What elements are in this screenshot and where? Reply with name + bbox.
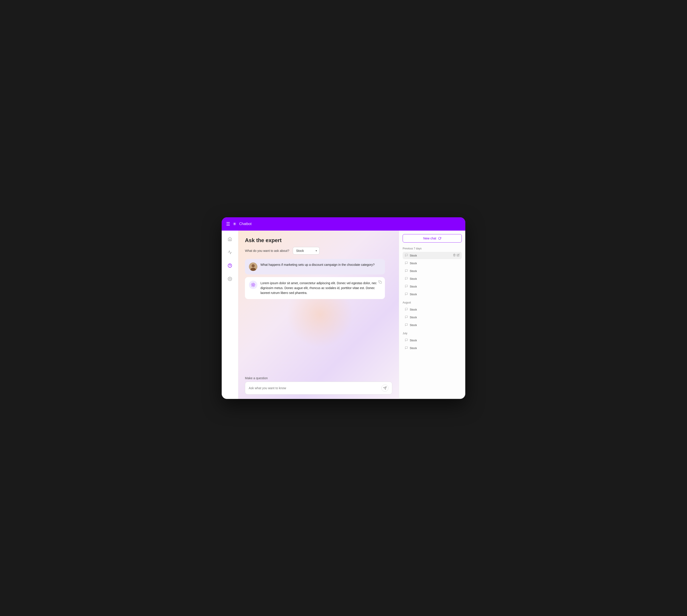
chat-bubble-icon (405, 315, 408, 319)
chat-bubble-icon (405, 338, 408, 342)
chat-bubble-icon (405, 308, 408, 311)
chat-history-label: Stock (410, 277, 460, 281)
send-button[interactable] (381, 384, 389, 392)
input-row (245, 382, 392, 395)
user-message-text: What happens if marketing sets up a disc… (261, 263, 375, 267)
new-chat-button[interactable]: New chat (403, 234, 462, 243)
ai-avatar (249, 281, 257, 289)
chat-history-label: Stock (410, 262, 460, 265)
section-label-recent: Previous 7 days (403, 247, 462, 250)
delete-icon[interactable] (453, 254, 456, 257)
section-label-july: July (403, 332, 462, 335)
top-bar: ☰ ✳ Chatbot (222, 217, 465, 230)
chat-history-label: Stock (410, 308, 460, 311)
right-panel: New chat Previous 7 days Stock (399, 230, 465, 399)
chat-history-item[interactable]: Stock (403, 283, 462, 290)
chat-history-label: Stock (410, 269, 460, 273)
user-message: What happens if marketing sets up a disc… (245, 259, 385, 274)
topbar-title: Chatbot (239, 222, 251, 226)
svg-point-6 (252, 284, 254, 286)
chat-input[interactable] (249, 386, 379, 390)
topic-row: What do you want to ask about? Stock Fin… (245, 247, 392, 255)
chat-history-item[interactable]: Stock (403, 275, 462, 282)
chat-bubble-icon (405, 261, 408, 265)
copy-icon[interactable] (378, 280, 382, 285)
chat-history-item[interactable]: Stock (403, 260, 462, 267)
logo-icon: ✳ (233, 221, 237, 226)
chat-history-item[interactable]: Stock (403, 267, 462, 275)
chat-history-label: Stock (410, 293, 460, 296)
hamburger-icon[interactable]: ☰ (226, 221, 230, 226)
topic-select-wrapper[interactable]: Stock Finance Marketing Operations (293, 247, 319, 255)
chat-bubble-icon (405, 254, 408, 257)
svg-point-4 (251, 264, 255, 267)
chat-messages: What happens if marketing sets up a disc… (245, 259, 392, 374)
new-chat-label: New chat (423, 237, 436, 240)
chat-history-item[interactable]: Stock (403, 345, 462, 352)
chat-history-item[interactable]: Stock (403, 252, 462, 259)
chat-history-item[interactable]: Stock (403, 337, 462, 344)
sidebar (222, 230, 238, 399)
main-layout: Ask the expert What do you want to ask a… (222, 230, 465, 399)
chat-history-item[interactable]: Stock (403, 322, 462, 329)
chat-history-label: Stock (410, 316, 460, 319)
chat-history-label: Stock (410, 254, 451, 257)
content-area: Ask the expert What do you want to ask a… (238, 230, 399, 399)
chat-bubble-icon (405, 346, 408, 350)
chat-history-label: Stock (410, 347, 460, 350)
chat-history-actions (453, 254, 460, 257)
input-area: Make a question (245, 376, 392, 395)
sidebar-item-help[interactable] (226, 262, 234, 269)
chat-history-label: Stock (410, 285, 460, 288)
chat-history-item[interactable]: Stock (403, 291, 462, 298)
chat-history-item[interactable]: Stock (403, 306, 462, 313)
sidebar-item-settings[interactable] (226, 275, 234, 283)
page-title: Ask the expert (245, 237, 392, 243)
topic-label: What do you want to ask about? (245, 249, 289, 252)
sidebar-item-activity[interactable] (226, 248, 234, 256)
ai-message-text: Lorem ipsum dolor sit amet, consectetur … (261, 281, 381, 295)
edit-icon[interactable] (457, 254, 460, 257)
chat-history-label: Stock (410, 339, 460, 342)
chat-bubble-icon (405, 323, 408, 327)
input-label: Make a question (245, 376, 392, 380)
device-frame: ☰ ✳ Chatbot (222, 217, 465, 399)
chat-bubble-icon (405, 292, 408, 296)
chat-history-label: Stock (410, 323, 460, 327)
section-label-august: August (403, 301, 462, 304)
chat-bubble-icon (405, 285, 408, 288)
chat-bubble-icon (405, 269, 408, 273)
user-avatar-img (249, 263, 257, 271)
chat-bubble-icon (405, 277, 408, 281)
user-avatar (249, 263, 257, 271)
ai-message: Lorem ipsum dolor sit amet, consectetur … (245, 277, 385, 299)
topic-select[interactable]: Stock Finance Marketing Operations (293, 247, 319, 255)
sidebar-item-home[interactable] (226, 235, 234, 243)
svg-rect-7 (380, 282, 382, 284)
svg-point-2 (229, 278, 230, 279)
chat-history-item[interactable]: Stock (403, 314, 462, 321)
